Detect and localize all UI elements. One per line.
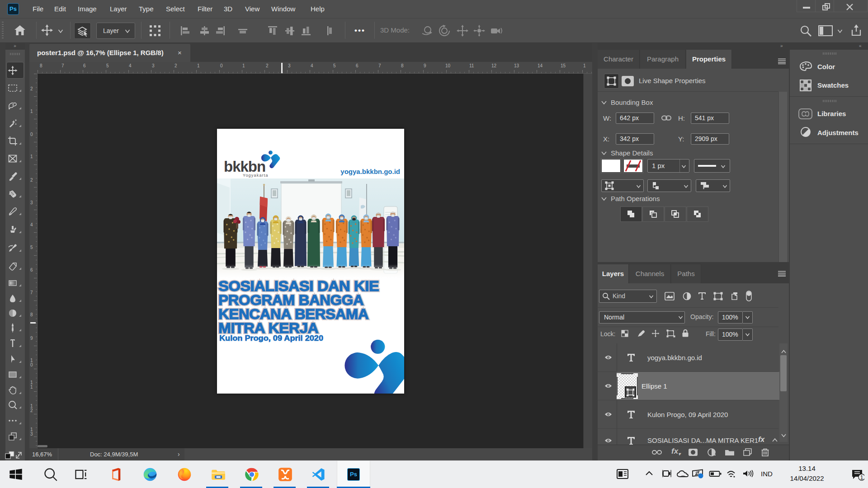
svg-text:MITRA KERJA: MITRA KERJA <box>218 320 319 336</box>
svg-text:PROGRAM BANGGA: PROGRAM BANGGA <box>218 292 364 308</box>
svg-text:Kulon Progo, 09 April 2020: Kulon Progo, 09 April 2020 <box>219 334 323 343</box>
svg-text:KENCANA BERSAMA: KENCANA BERSAMA <box>218 306 369 322</box>
svg-text:SOSIALISASI DAN KIE: SOSIALISASI DAN KIE <box>218 278 379 294</box>
svg-text:1: 1 <box>860 474 863 481</box>
